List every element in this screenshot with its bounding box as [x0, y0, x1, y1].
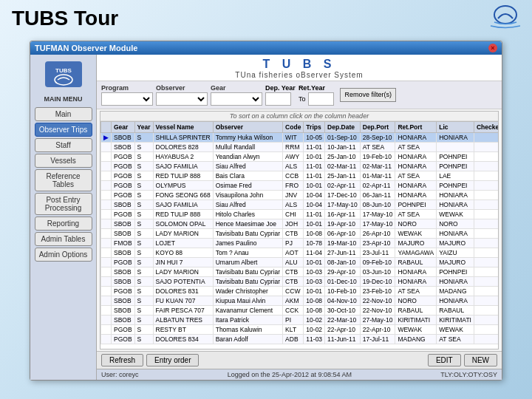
col-dep-port[interactable]: Dep.Port — [360, 122, 395, 133]
table-cell: 27-Jun-11 — [325, 248, 361, 258]
table-cell: HONIARA — [395, 191, 437, 200]
table-cell: 19-Mar-10 — [325, 239, 361, 248]
table-row[interactable]: SBOBSLADY MARIONTavisibatu Batu CypriarC… — [101, 229, 499, 239]
refresh-button[interactable]: Refresh — [101, 354, 143, 366]
table-row[interactable]: PGOBSRED TULIP 888Hitolo CharlesCHI11-01… — [101, 210, 499, 219]
col-lic[interactable]: Lic — [437, 122, 474, 133]
table-cell: S — [134, 287, 153, 296]
col-observer[interactable]: Observer — [213, 122, 282, 133]
table-cell: HONIARA — [395, 133, 437, 143]
table-cell: 23-Apr-10 — [360, 239, 395, 248]
col-vessel[interactable]: Vessel Name — [153, 122, 213, 133]
col-dep-date[interactable]: Dep.Date — [325, 122, 361, 133]
table-row[interactable]: SBOBSFAIR PESCA 707Kavanamur ClementCCK1… — [101, 306, 499, 316]
table-row[interactable]: SBOBSSAJO FAMILIASiau AlfredALS10-0417-M… — [101, 200, 499, 210]
table-cell: AOT — [283, 248, 304, 258]
table-cell: 10-01 — [304, 287, 325, 296]
table-cell — [474, 133, 498, 143]
table-cell — [474, 152, 498, 162]
observer-select[interactable] — [156, 92, 208, 106]
table-cell: KOYO 88 — [153, 248, 213, 258]
table-row[interactable]: PGOBSOLYMPUSOsimae FredFRO10-0102-Apr-11… — [101, 181, 499, 191]
table-section: To sort on a column click on the column … — [100, 111, 499, 349]
table-row[interactable]: PGOBSRED TULIP 888Bais ClaraCCB11-0125-J… — [101, 171, 499, 181]
table-cell — [101, 248, 112, 258]
sidebar-item-vessels[interactable]: Vessels — [35, 154, 92, 168]
table-cell: SBOB — [112, 306, 135, 316]
table-row[interactable]: SBOBSKOYO 88Tom ? AnauAOT11-0427-Jun-112… — [101, 248, 499, 258]
table-cell: S — [134, 325, 153, 335]
table-cell — [474, 210, 498, 219]
remove-filters-button[interactable]: Remove filter(s) — [340, 88, 396, 102]
sidebar-item-reporting[interactable]: Reporting — [35, 216, 92, 231]
col-sel[interactable] — [101, 122, 112, 133]
table-row[interactable]: PGOBSJIN HUI 7Umarum AlbertALU10-0108-Ja… — [101, 258, 499, 267]
table-cell — [101, 316, 112, 325]
table-cell: S — [134, 296, 153, 306]
table-row[interactable]: ▶SBOBSSHILLA SPRINTERTommy Huka WilsonWI… — [101, 133, 499, 143]
main-panel: T U B S TUna fisheries oBserver System P… — [97, 55, 502, 380]
sidebar-item-staff[interactable]: Staff — [35, 138, 92, 152]
table-cell: 22-Apr-10 — [325, 325, 361, 335]
main-window: TUFMAN Observer Module × TUBS MAIN MENU … — [30, 41, 502, 381]
table-row[interactable]: PGOBSRESTY BTThomas KaluwinKLT10-0222-Ap… — [101, 325, 499, 335]
table-cell — [101, 171, 112, 181]
sidebar-item-post-entry[interactable]: Post Entry Processing — [35, 193, 92, 215]
close-button[interactable]: × — [488, 44, 497, 52]
table-row[interactable]: SBOBSLADY MARIONTavisibatu Batu CypriarC… — [101, 267, 499, 277]
filter-row: Program Observer Gear Dep. Year — [97, 81, 502, 109]
svg-text:TUBS: TUBS — [55, 67, 72, 74]
col-trips[interactable]: Trips — [304, 122, 325, 133]
table-row[interactable]: PGOBSDOLORES 831Wader ChristopherCCW10-0… — [101, 287, 499, 296]
entry-order-button[interactable]: Entry order — [146, 354, 199, 366]
table-row[interactable]: SBOBSALBATUN TRESItara PatrickPI10-0222-… — [101, 316, 499, 325]
table-cell: S — [134, 277, 153, 287]
program-select[interactable] — [101, 92, 153, 106]
table-row[interactable]: PGOBSDOLORES 834Baran AdolfADB11-0311-Ju… — [101, 335, 499, 344]
title-bar: TUFMAN Observer Module × — [30, 41, 502, 55]
sidebar-item-admin-tables[interactable]: Admin Tables — [35, 232, 92, 246]
table-cell: HONIARA — [437, 191, 474, 200]
table-cell: FAIR PESCA 707 — [153, 306, 213, 316]
table-row[interactable]: PGOBSSAJO FAMILIASiau AlfredALS11-0102-M… — [101, 162, 499, 171]
col-checked[interactable]: Checked — [474, 122, 498, 133]
ret-year-to-input[interactable] — [308, 92, 334, 106]
table-cell: Yeandian Alwyn — [213, 152, 282, 162]
table-row[interactable]: SBOBSFU KUAN 707Kiupua Maui AlvinAKM10-0… — [101, 296, 499, 306]
sidebar-item-admin-options[interactable]: Admin Options — [35, 248, 92, 262]
table-row[interactable]: SBOBSSAJO POTENTIATavisibatu Batu Cypria… — [101, 277, 499, 287]
gear-select[interactable] — [211, 92, 262, 106]
table-row[interactable]: FMOBSLOJETJames PaulinoPJ10-7819-Mar-102… — [101, 239, 499, 248]
sidebar-item-main[interactable]: Main — [35, 107, 92, 121]
table-cell: NORO — [395, 219, 437, 229]
table-cell — [101, 258, 112, 267]
table-cell: SBOB — [112, 219, 135, 229]
col-gear[interactable]: Gear — [112, 122, 135, 133]
dep-year-from-input[interactable] — [265, 92, 291, 106]
table-cell: 02-Mar-11 — [360, 162, 395, 171]
sidebar-item-observer-trips[interactable]: Observer Trips — [35, 123, 92, 137]
content-area: TUBS MAIN MENU Main Observer Trips Staff… — [30, 55, 502, 380]
table-wrapper[interactable]: Gear Year Vessel Name Observer Code Trip… — [100, 121, 498, 349]
edit-button[interactable]: EDIT — [428, 354, 461, 366]
table-row[interactable]: PGOBSFONG SEONG 668Visaupilona JohnJNV10… — [101, 191, 499, 200]
logged-label: Logged on the 25-Apr-2012 at 9:08:54 AM — [228, 371, 352, 378]
col-code[interactable]: Code — [283, 122, 304, 133]
bottom-left-buttons: Refresh Entry order — [101, 354, 199, 366]
table-row[interactable]: PGOBSHAYABUSA 2Yeandian AlwynAWY10-0125-… — [101, 152, 499, 162]
table-cell — [474, 162, 498, 171]
table-cell: 09-Feb-10 — [360, 258, 395, 267]
table-cell — [474, 219, 498, 229]
col-ret-port[interactable]: Ret.Port — [395, 122, 437, 133]
table-row[interactable]: SBOBSDOLORES 828Mullul RandallRRM11-0110… — [101, 143, 499, 152]
table-cell: PGOB — [112, 181, 135, 191]
sidebar-item-reference-tables[interactable]: Reference Tables — [35, 169, 92, 191]
table-cell: WEWAK — [437, 210, 474, 219]
table-cell — [101, 325, 112, 335]
new-button[interactable]: NEW — [464, 354, 497, 366]
table-cell — [474, 316, 498, 325]
table-row[interactable]: SBOBSSOLOMON OPALHence Maesimae JoeJOH10… — [101, 219, 499, 229]
table-cell: SAJO FAMILIA — [153, 200, 213, 210]
table-cell: 19-Feb-10 — [360, 152, 395, 162]
col-year[interactable]: Year — [134, 122, 153, 133]
